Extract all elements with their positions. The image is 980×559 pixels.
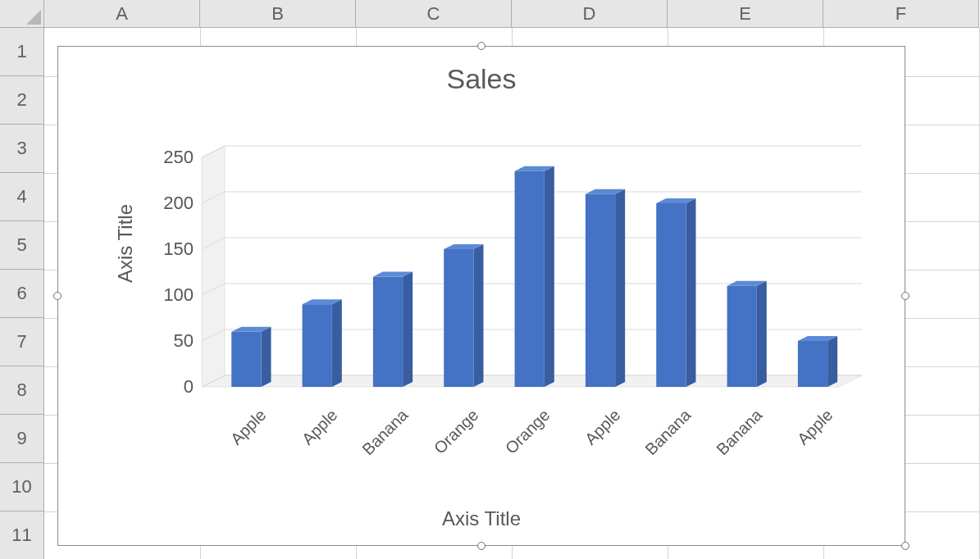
chart-bar-side — [827, 336, 837, 387]
plot-area[interactable]: 050100150200250 — [148, 157, 862, 399]
chart-bar-side — [686, 198, 695, 387]
column-header-b[interactable]: B — [200, 0, 356, 28]
chart-canvas — [202, 157, 862, 399]
column-headers: ABCDEF — [0, 0, 980, 28]
y-axis-ticks: 050100150200250 — [148, 157, 194, 399]
y-tick-label: 200 — [148, 193, 194, 214]
column-header-d[interactable]: D — [512, 0, 668, 28]
row-header-1[interactable]: 1 — [0, 28, 44, 76]
column-header-a[interactable]: A — [44, 0, 200, 28]
chart-bar-side — [473, 244, 483, 387]
chart-bar[interactable] — [303, 304, 332, 387]
x-tick-label: Banana — [713, 406, 766, 459]
chart-bar[interactable] — [515, 171, 545, 387]
chart-bar-side — [615, 189, 625, 387]
resize-handle-top[interactable] — [477, 42, 485, 50]
row-header-8[interactable]: 8 — [0, 366, 44, 415]
chart-title[interactable]: Sales — [58, 63, 905, 95]
row-header-2[interactable]: 2 — [0, 76, 44, 125]
chart-bar-side — [261, 327, 271, 387]
y-tick-label: 50 — [148, 330, 194, 352]
y-tick-label: 250 — [148, 147, 194, 168]
resize-handle-bottom[interactable] — [477, 542, 485, 550]
x-tick-label: Orange — [431, 406, 482, 457]
row-headers: 1234567891011 — [0, 0, 44, 559]
svg-marker-1 — [202, 146, 225, 387]
resize-handle-bottom-right[interactable] — [901, 542, 909, 550]
chart-bar[interactable] — [231, 332, 261, 387]
chart-bar[interactable] — [798, 341, 827, 387]
embedded-chart[interactable]: Sales Axis Title 050100150200250 AppleAp… — [57, 46, 905, 546]
row-header-3[interactable]: 3 — [0, 125, 44, 173]
chart-bar-side — [757, 281, 767, 387]
chart-bar[interactable] — [586, 194, 615, 387]
row-header-6[interactable]: 6 — [0, 270, 44, 318]
row-header-5[interactable]: 5 — [0, 221, 44, 270]
row-header-7[interactable]: 7 — [0, 318, 44, 366]
column-header-e[interactable]: E — [668, 0, 823, 28]
chart-bar-side — [403, 272, 413, 387]
chart-bar[interactable] — [727, 286, 757, 387]
chart-bar[interactable] — [444, 249, 473, 387]
row-header-11[interactable]: 11 — [0, 511, 44, 559]
resize-handle-left[interactable] — [53, 292, 62, 300]
x-tick-label: Apple — [581, 406, 624, 448]
row-header-10[interactable]: 10 — [0, 463, 44, 511]
chart-bar[interactable] — [656, 203, 686, 387]
y-tick-label: 150 — [148, 239, 194, 260]
resize-handle-right[interactable] — [901, 292, 909, 300]
x-tick-label: Banana — [358, 406, 412, 459]
chart-bar-side — [332, 299, 342, 387]
row-header-4[interactable]: 4 — [0, 173, 44, 221]
x-axis-ticks: AppleAppleBananaOrangeOrangeAppleBananaB… — [204, 399, 864, 477]
x-tick-label: Apple — [794, 406, 836, 448]
y-tick-label: 100 — [148, 284, 194, 306]
row-header-9[interactable]: 9 — [0, 415, 44, 463]
y-tick-label: 0 — [148, 376, 194, 398]
y-axis-title[interactable]: Axis Title — [114, 204, 137, 283]
x-axis-title[interactable]: Axis Title — [58, 507, 905, 530]
x-tick-label: Banana — [642, 406, 695, 459]
chart-bar[interactable] — [373, 277, 403, 387]
x-tick-label: Apple — [299, 406, 341, 448]
select-all-corner[interactable] — [0, 0, 44, 28]
column-header-f[interactable]: F — [823, 0, 979, 28]
chart-bar-side — [545, 166, 554, 387]
column-header-c[interactable]: C — [356, 0, 512, 28]
x-tick-label: Apple — [227, 406, 270, 448]
x-tick-label: Orange — [502, 406, 554, 457]
